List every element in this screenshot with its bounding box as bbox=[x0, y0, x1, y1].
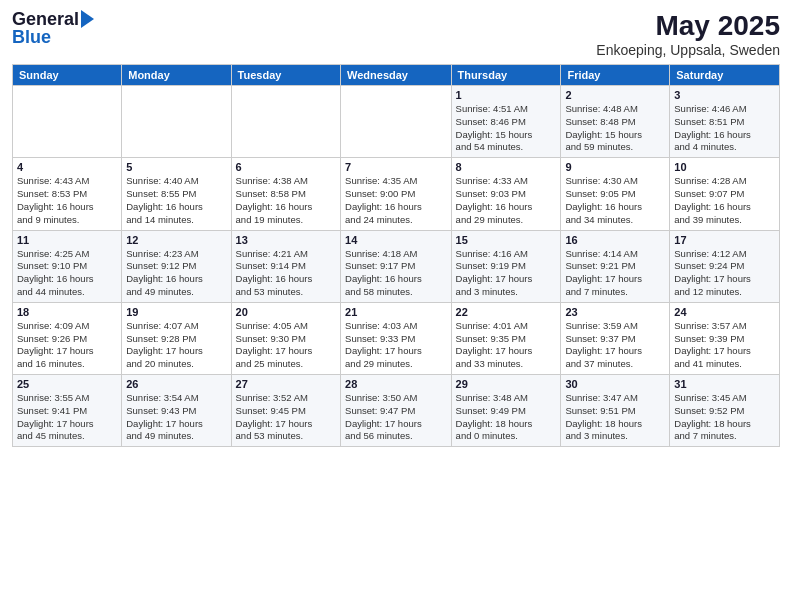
day-info: Sunrise: 4:12 AM Sunset: 9:24 PM Dayligh… bbox=[674, 248, 775, 299]
calendar-cell: 15Sunrise: 4:16 AM Sunset: 9:19 PM Dayli… bbox=[451, 230, 561, 302]
day-info: Sunrise: 3:45 AM Sunset: 9:52 PM Dayligh… bbox=[674, 392, 775, 443]
day-info: Sunrise: 4:07 AM Sunset: 9:28 PM Dayligh… bbox=[126, 320, 226, 371]
main-container: General Blue May 2025 Enkoeping, Uppsala… bbox=[0, 0, 792, 612]
day-info: Sunrise: 3:52 AM Sunset: 9:45 PM Dayligh… bbox=[236, 392, 336, 443]
calendar-cell: 9Sunrise: 4:30 AM Sunset: 9:05 PM Daylig… bbox=[561, 158, 670, 230]
calendar-cell: 16Sunrise: 4:14 AM Sunset: 9:21 PM Dayli… bbox=[561, 230, 670, 302]
calendar-cell: 23Sunrise: 3:59 AM Sunset: 9:37 PM Dayli… bbox=[561, 302, 670, 374]
calendar-header-monday: Monday bbox=[122, 65, 231, 86]
calendar-cell bbox=[122, 86, 231, 158]
day-info: Sunrise: 4:40 AM Sunset: 8:55 PM Dayligh… bbox=[126, 175, 226, 226]
day-number: 28 bbox=[345, 378, 447, 390]
calendar-cell: 25Sunrise: 3:55 AM Sunset: 9:41 PM Dayli… bbox=[13, 375, 122, 447]
calendar-cell: 3Sunrise: 4:46 AM Sunset: 8:51 PM Daylig… bbox=[670, 86, 780, 158]
day-info: Sunrise: 3:54 AM Sunset: 9:43 PM Dayligh… bbox=[126, 392, 226, 443]
day-info: Sunrise: 3:47 AM Sunset: 9:51 PM Dayligh… bbox=[565, 392, 665, 443]
day-number: 26 bbox=[126, 378, 226, 390]
title-block: May 2025 Enkoeping, Uppsala, Sweden bbox=[596, 10, 780, 58]
day-info: Sunrise: 4:48 AM Sunset: 8:48 PM Dayligh… bbox=[565, 103, 665, 154]
day-info: Sunrise: 4:03 AM Sunset: 9:33 PM Dayligh… bbox=[345, 320, 447, 371]
day-info: Sunrise: 4:18 AM Sunset: 9:17 PM Dayligh… bbox=[345, 248, 447, 299]
calendar-cell bbox=[231, 86, 340, 158]
calendar-cell: 30Sunrise: 3:47 AM Sunset: 9:51 PM Dayli… bbox=[561, 375, 670, 447]
day-info: Sunrise: 4:23 AM Sunset: 9:12 PM Dayligh… bbox=[126, 248, 226, 299]
calendar-week-2: 4Sunrise: 4:43 AM Sunset: 8:53 PM Daylig… bbox=[13, 158, 780, 230]
logo-blue: Blue bbox=[12, 28, 51, 48]
day-info: Sunrise: 4:35 AM Sunset: 9:00 PM Dayligh… bbox=[345, 175, 447, 226]
calendar-header-row: SundayMondayTuesdayWednesdayThursdayFrid… bbox=[13, 65, 780, 86]
day-info: Sunrise: 4:05 AM Sunset: 9:30 PM Dayligh… bbox=[236, 320, 336, 371]
day-info: Sunrise: 4:38 AM Sunset: 8:58 PM Dayligh… bbox=[236, 175, 336, 226]
day-info: Sunrise: 3:57 AM Sunset: 9:39 PM Dayligh… bbox=[674, 320, 775, 371]
page-header: General Blue May 2025 Enkoeping, Uppsala… bbox=[12, 10, 780, 58]
day-info: Sunrise: 3:59 AM Sunset: 9:37 PM Dayligh… bbox=[565, 320, 665, 371]
calendar-cell: 13Sunrise: 4:21 AM Sunset: 9:14 PM Dayli… bbox=[231, 230, 340, 302]
day-number: 20 bbox=[236, 306, 336, 318]
day-info: Sunrise: 3:48 AM Sunset: 9:49 PM Dayligh… bbox=[456, 392, 557, 443]
day-info: Sunrise: 4:28 AM Sunset: 9:07 PM Dayligh… bbox=[674, 175, 775, 226]
calendar-cell: 21Sunrise: 4:03 AM Sunset: 9:33 PM Dayli… bbox=[341, 302, 452, 374]
calendar-cell: 22Sunrise: 4:01 AM Sunset: 9:35 PM Dayli… bbox=[451, 302, 561, 374]
day-number: 30 bbox=[565, 378, 665, 390]
day-number: 10 bbox=[674, 161, 775, 173]
day-info: Sunrise: 4:51 AM Sunset: 8:46 PM Dayligh… bbox=[456, 103, 557, 154]
day-number: 18 bbox=[17, 306, 117, 318]
calendar-cell: 26Sunrise: 3:54 AM Sunset: 9:43 PM Dayli… bbox=[122, 375, 231, 447]
page-subtitle: Enkoeping, Uppsala, Sweden bbox=[596, 42, 780, 58]
logo: General Blue bbox=[12, 10, 94, 48]
page-title: May 2025 bbox=[596, 10, 780, 42]
day-info: Sunrise: 4:33 AM Sunset: 9:03 PM Dayligh… bbox=[456, 175, 557, 226]
calendar-cell: 17Sunrise: 4:12 AM Sunset: 9:24 PM Dayli… bbox=[670, 230, 780, 302]
day-number: 23 bbox=[565, 306, 665, 318]
day-number: 15 bbox=[456, 234, 557, 246]
calendar-cell: 19Sunrise: 4:07 AM Sunset: 9:28 PM Dayli… bbox=[122, 302, 231, 374]
calendar-cell: 4Sunrise: 4:43 AM Sunset: 8:53 PM Daylig… bbox=[13, 158, 122, 230]
calendar-cell: 28Sunrise: 3:50 AM Sunset: 9:47 PM Dayli… bbox=[341, 375, 452, 447]
day-number: 21 bbox=[345, 306, 447, 318]
day-number: 14 bbox=[345, 234, 447, 246]
day-info: Sunrise: 4:25 AM Sunset: 9:10 PM Dayligh… bbox=[17, 248, 117, 299]
day-number: 1 bbox=[456, 89, 557, 101]
day-info: Sunrise: 4:01 AM Sunset: 9:35 PM Dayligh… bbox=[456, 320, 557, 371]
day-number: 27 bbox=[236, 378, 336, 390]
calendar-header-thursday: Thursday bbox=[451, 65, 561, 86]
day-number: 9 bbox=[565, 161, 665, 173]
calendar-cell: 24Sunrise: 3:57 AM Sunset: 9:39 PM Dayli… bbox=[670, 302, 780, 374]
day-info: Sunrise: 4:16 AM Sunset: 9:19 PM Dayligh… bbox=[456, 248, 557, 299]
calendar-header-wednesday: Wednesday bbox=[341, 65, 452, 86]
day-number: 24 bbox=[674, 306, 775, 318]
calendar-cell bbox=[13, 86, 122, 158]
day-number: 12 bbox=[126, 234, 226, 246]
calendar-header-tuesday: Tuesday bbox=[231, 65, 340, 86]
calendar-header-sunday: Sunday bbox=[13, 65, 122, 86]
calendar-cell: 18Sunrise: 4:09 AM Sunset: 9:26 PM Dayli… bbox=[13, 302, 122, 374]
day-number: 16 bbox=[565, 234, 665, 246]
calendar-cell: 7Sunrise: 4:35 AM Sunset: 9:00 PM Daylig… bbox=[341, 158, 452, 230]
day-info: Sunrise: 3:50 AM Sunset: 9:47 PM Dayligh… bbox=[345, 392, 447, 443]
calendar-week-5: 25Sunrise: 3:55 AM Sunset: 9:41 PM Dayli… bbox=[13, 375, 780, 447]
day-number: 4 bbox=[17, 161, 117, 173]
day-number: 8 bbox=[456, 161, 557, 173]
day-info: Sunrise: 4:09 AM Sunset: 9:26 PM Dayligh… bbox=[17, 320, 117, 371]
day-number: 13 bbox=[236, 234, 336, 246]
calendar-cell: 2Sunrise: 4:48 AM Sunset: 8:48 PM Daylig… bbox=[561, 86, 670, 158]
day-info: Sunrise: 4:46 AM Sunset: 8:51 PM Dayligh… bbox=[674, 103, 775, 154]
day-number: 2 bbox=[565, 89, 665, 101]
calendar-table: SundayMondayTuesdayWednesdayThursdayFrid… bbox=[12, 64, 780, 447]
calendar-header-saturday: Saturday bbox=[670, 65, 780, 86]
day-number: 7 bbox=[345, 161, 447, 173]
day-number: 31 bbox=[674, 378, 775, 390]
day-number: 22 bbox=[456, 306, 557, 318]
calendar-cell bbox=[341, 86, 452, 158]
calendar-week-4: 18Sunrise: 4:09 AM Sunset: 9:26 PM Dayli… bbox=[13, 302, 780, 374]
day-info: Sunrise: 4:43 AM Sunset: 8:53 PM Dayligh… bbox=[17, 175, 117, 226]
calendar-cell: 11Sunrise: 4:25 AM Sunset: 9:10 PM Dayli… bbox=[13, 230, 122, 302]
calendar-cell: 12Sunrise: 4:23 AM Sunset: 9:12 PM Dayli… bbox=[122, 230, 231, 302]
day-number: 17 bbox=[674, 234, 775, 246]
day-info: Sunrise: 3:55 AM Sunset: 9:41 PM Dayligh… bbox=[17, 392, 117, 443]
calendar-cell: 5Sunrise: 4:40 AM Sunset: 8:55 PM Daylig… bbox=[122, 158, 231, 230]
day-info: Sunrise: 4:21 AM Sunset: 9:14 PM Dayligh… bbox=[236, 248, 336, 299]
calendar-cell: 29Sunrise: 3:48 AM Sunset: 9:49 PM Dayli… bbox=[451, 375, 561, 447]
calendar-cell: 20Sunrise: 4:05 AM Sunset: 9:30 PM Dayli… bbox=[231, 302, 340, 374]
calendar-week-3: 11Sunrise: 4:25 AM Sunset: 9:10 PM Dayli… bbox=[13, 230, 780, 302]
